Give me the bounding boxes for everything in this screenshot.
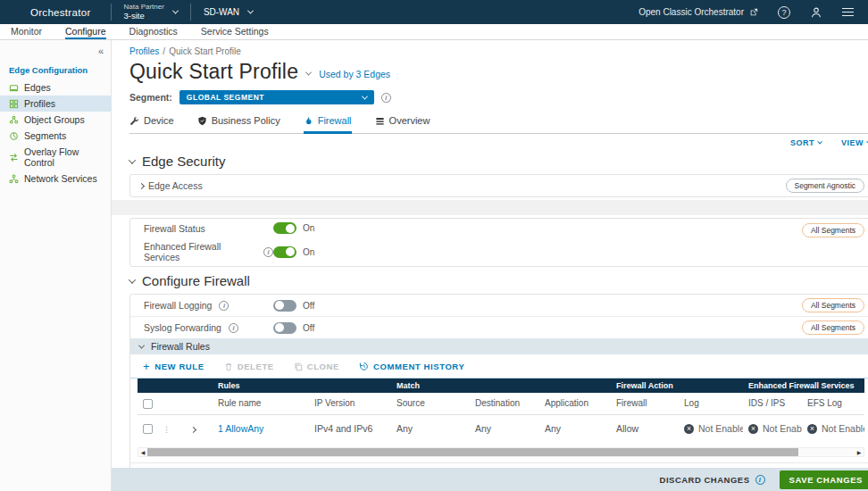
tab-overview[interactable]: Overview — [375, 115, 430, 134]
horizontal-scrollbar[interactable]: ◀ ▶ — [138, 447, 864, 457]
edge-access-card: Edge Access Segment Agnostic — [129, 174, 868, 197]
cell-ip-version: IPv4 and IPv6 — [309, 414, 391, 441]
segment-select[interactable]: GLOBAL SEGMENT — [179, 90, 374, 104]
select-all-checkbox[interactable] — [143, 399, 153, 409]
col-header-log: Log — [679, 393, 743, 414]
logging-info-icon[interactable]: i — [219, 301, 229, 311]
comment-history-label: COMMENT HISTORY — [373, 362, 464, 371]
open-classic-label: Open Classic Orchestrator — [638, 7, 744, 17]
syslog-info-icon[interactable]: i — [229, 323, 238, 333]
row-expand-chevron-icon[interactable] — [190, 427, 196, 433]
info-glyph: i — [267, 248, 269, 256]
help-icon[interactable]: ? — [778, 6, 790, 19]
group-header-firewall-action: Firewall Action — [611, 379, 743, 393]
discard-changes-button[interactable]: DISCARD CHANGES i — [660, 475, 765, 485]
flame-icon — [304, 116, 313, 126]
scroll-right-arrow[interactable]: ▶ — [855, 449, 864, 455]
rule-name-link[interactable]: 1 AllowAny — [218, 423, 263, 434]
tab-label: Business Policy — [212, 115, 280, 126]
breadcrumb: Profiles / Quick Start Profile — [129, 46, 868, 56]
enhanced-firewall-services-row: Enhanced Firewall Services i On — [130, 237, 868, 266]
row-checkbox[interactable] — [143, 424, 153, 434]
partner-sub: 3-site — [124, 12, 164, 21]
used-by-edges-link[interactable]: Used by 3 Edges — [319, 69, 390, 79]
col-header-ids-ips: IDS / IPS — [743, 393, 802, 414]
syslog-forwarding-toggle[interactable] — [273, 322, 296, 334]
nav-tab-service-settings[interactable]: Service Settings — [201, 24, 269, 39]
toggle-state: On — [303, 247, 314, 257]
object-groups-icon — [9, 115, 19, 125]
breadcrumb-profiles-link[interactable]: Profiles — [129, 46, 159, 56]
all-segments-badge: All Segments — [802, 320, 864, 335]
firewall-rules-header[interactable]: Firewall Rules — [130, 338, 868, 354]
main-content: Profiles / Quick Start Profile Quick Sta… — [112, 40, 868, 491]
sidebar-item-object-groups[interactable]: Object Groups — [0, 112, 111, 128]
save-changes-button[interactable]: SAVE CHANGES — [780, 470, 868, 489]
segment-info-icon[interactable]: i — [381, 93, 391, 103]
sidebar-item-segments[interactable]: Segments — [0, 128, 111, 144]
firewall-status-card: All Segments Firewall Status On Enhanced… — [129, 218, 868, 267]
top-navbar: Orchestrator Nata Partner 3-site SD-WAN … — [0, 0, 868, 24]
discard-info-icon[interactable]: i — [755, 475, 765, 485]
menu-icon[interactable] — [842, 8, 854, 17]
open-classic-orchestrator-link[interactable]: Open Classic Orchestrator — [638, 7, 758, 17]
scroll-left-arrow[interactable]: ◀ — [138, 449, 147, 455]
edge-access-row[interactable]: Edge Access Segment Agnostic — [130, 175, 868, 196]
sidebar-collapse-button[interactable]: « — [0, 44, 111, 58]
firewall-logging-label: Firewall Logging — [144, 300, 212, 311]
overview-icon — [375, 116, 385, 126]
comment-history-button[interactable]: COMMENT HISTORY — [359, 362, 464, 371]
scrollbar-thumb[interactable] — [147, 448, 798, 456]
chevron-down-icon — [172, 8, 179, 14]
profile-tabs: Device Business Policy Firewall Overview — [129, 115, 868, 134]
group-header-efs: Enhanced Firewall Services — [743, 379, 864, 393]
clone-button[interactable]: CLONE — [294, 362, 339, 371]
history-icon — [359, 362, 369, 371]
delete-button[interactable]: DELETE — [224, 362, 274, 371]
nav-tab-monitor[interactable]: Monitor — [11, 24, 42, 39]
firewall-logging-toggle[interactable] — [273, 300, 296, 312]
segment-row: Segment: GLOBAL SEGMENT i — [129, 90, 868, 104]
table-column-header-row: Rule name IP Version Source Destination … — [138, 393, 864, 414]
col-header-efs-log: EFS Log — [802, 393, 864, 414]
section-edge-security[interactable]: Edge Security — [129, 154, 868, 169]
tab-firewall[interactable]: Firewall — [304, 115, 352, 134]
service-selector[interactable]: SD-WAN — [191, 0, 265, 24]
partner-selector[interactable]: Nata Partner 3-site — [112, 0, 190, 24]
sidebar-item-edges[interactable]: Edges — [0, 79, 111, 96]
sidebar-item-label: Edges — [24, 82, 51, 93]
sidebar-item-label: Network Services — [24, 173, 97, 184]
chevron-down-icon — [138, 342, 145, 348]
col-header-application: Application — [539, 393, 611, 414]
sidebar-item-profiles[interactable]: Profiles — [0, 96, 111, 112]
table-group-header-row: Rules Match Firewall Action Enhanced Fir… — [138, 379, 864, 393]
ids-ips-not-enabled: ×Not Enabled — [748, 423, 802, 434]
not-enabled-label: Not Enabled — [822, 423, 864, 434]
sidebar-item-network-services[interactable]: Network Services — [0, 171, 111, 187]
network-services-icon — [9, 174, 19, 184]
new-rule-button[interactable]: + NEW RULE — [143, 362, 204, 371]
drag-handle[interactable]: ⋮ — [163, 425, 171, 434]
col-header-ip-version: IP Version — [309, 393, 391, 414]
scrollbar-track[interactable] — [147, 448, 855, 456]
firewall-logging-row: Firewall Logging i Off All Segments — [130, 295, 868, 317]
not-enabled-label: Not Enabled — [698, 423, 743, 434]
user-icon[interactable] — [810, 6, 822, 19]
info-glyph: i — [223, 302, 225, 310]
profile-dropdown-chevron-icon[interactable] — [305, 70, 312, 76]
col-header-rule-name: Rule name — [213, 393, 309, 414]
view-dropdown[interactable]: VIEW — [841, 138, 868, 147]
nav-tab-diagnostics[interactable]: Diagnostics — [129, 24, 178, 39]
content-shell: « Edge Configuration Edges Profiles Obje… — [0, 40, 868, 491]
syslog-forwarding-label: Syslog Forwarding — [144, 322, 221, 333]
section-configure-firewall[interactable]: Configure Firewall — [129, 273, 868, 288]
sidebar-item-overlay-flow-control[interactable]: Overlay Flow Control — [0, 144, 111, 171]
tab-business-policy[interactable]: Business Policy — [197, 115, 280, 134]
nav-tab-configure[interactable]: Configure — [65, 24, 106, 39]
efs-info-icon[interactable]: i — [263, 247, 273, 257]
sort-dropdown[interactable]: SORT — [790, 138, 822, 147]
firewall-status-toggle[interactable] — [273, 222, 296, 234]
tab-device[interactable]: Device — [129, 115, 174, 134]
title-row: Quick Start Profile Used by 3 Edges — [129, 60, 868, 84]
efs-toggle[interactable] — [273, 246, 296, 258]
